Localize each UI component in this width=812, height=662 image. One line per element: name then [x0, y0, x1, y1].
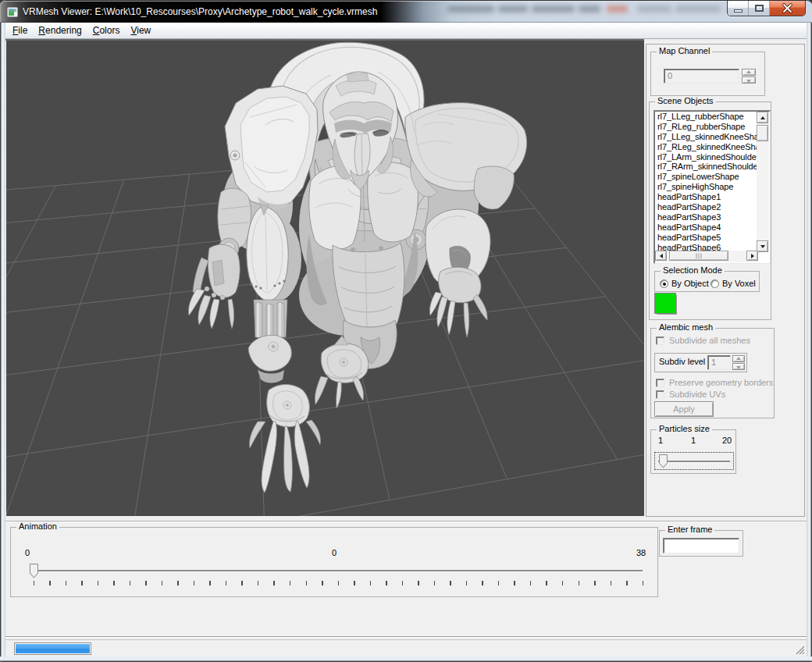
- radio-by-object-label: By Object: [671, 279, 709, 288]
- horizontal-scroll-thumb[interactable]: [669, 251, 728, 261]
- tick-mark: [530, 581, 532, 585]
- minimize-button[interactable]: [728, 1, 749, 16]
- scroll-left-button[interactable]: [655, 251, 667, 261]
- tick-mark: [258, 581, 259, 585]
- particles-value-label: 1: [691, 436, 696, 445]
- list-item[interactable]: rl7_spineLowerShape: [655, 172, 757, 182]
- statusbar-separator2: [5, 639, 807, 640]
- scroll-right-button[interactable]: [746, 251, 758, 261]
- particles-slider-thumb[interactable]: [659, 454, 668, 468]
- animation-end-label: 38: [636, 548, 646, 557]
- color-swatch[interactable]: [654, 293, 676, 314]
- subdivide-all-checkbox[interactable]: [656, 336, 664, 345]
- tick-mark: [643, 581, 644, 585]
- scroll-down-button[interactable]: [757, 240, 768, 252]
- tick-mark: [562, 581, 564, 585]
- tick-mark: [209, 581, 211, 585]
- subdiv-spin-up[interactable]: [732, 355, 745, 362]
- statusbar-separator-highlight: [5, 637, 807, 638]
- list-item[interactable]: headPartShape1: [655, 192, 757, 202]
- scene-objects-listbox[interactable]: rl7_LLeg_rubberShaperl7_RLeg_rubberShape…: [654, 110, 771, 264]
- enter-frame-group: Enter frame: [659, 530, 743, 557]
- background-window-ghost: [422, 1, 726, 23]
- maximize-icon: [755, 5, 764, 12]
- arrow-left-icon: [660, 254, 663, 258]
- apply-button[interactable]: Apply: [654, 401, 714, 417]
- tick-mark: [498, 581, 500, 585]
- tick-mark: [177, 581, 179, 585]
- app-icon[interactable]: [7, 7, 18, 17]
- list-item[interactable]: rl7_RLeg_rubberShape: [655, 122, 757, 132]
- particles-slider-track[interactable]: [658, 461, 730, 462]
- close-button[interactable]: [770, 1, 805, 16]
- control-panel: Map Channel 0 Scene Objects rl7_LLeg_rub…: [646, 44, 805, 517]
- arrow-up-icon: [760, 116, 765, 119]
- close-icon: [770, 1, 805, 16]
- map-channel-spinner: [742, 69, 756, 84]
- animation-current-label: 0: [332, 548, 337, 557]
- list-item[interactable]: rl7_LLeg_skinnedKneeShape: [655, 132, 757, 142]
- subdiv-spin-down[interactable]: [732, 363, 745, 370]
- tick-mark: [386, 581, 387, 585]
- menu-item-file[interactable]: File: [7, 23, 33, 37]
- preserve-borders-checkbox[interactable]: [656, 379, 664, 387]
- robot-model: [188, 42, 526, 493]
- scene-objects-group: Scene Objects rl7_LLeg_rubberShaperl7_RL…: [649, 101, 771, 320]
- tick-mark: [290, 581, 291, 585]
- list-item[interactable]: headPartShape4: [655, 222, 757, 233]
- animation-slider-thumb[interactable]: [30, 564, 38, 578]
- vertical-scroll-thumb[interactable]: [757, 125, 768, 141]
- list-item[interactable]: headPartShape2: [655, 202, 757, 212]
- radio-by-object[interactable]: [660, 279, 668, 288]
- horizontal-scrollbar[interactable]: [655, 251, 758, 262]
- resize-grip[interactable]: [794, 644, 805, 655]
- tick-mark: [66, 581, 67, 585]
- tick-mark: [546, 581, 547, 585]
- tick-mark: [273, 581, 275, 585]
- list-item[interactable]: headPartShape5: [655, 233, 757, 243]
- tick-mark: [402, 581, 404, 585]
- map-channel-spin-down[interactable]: [742, 77, 756, 84]
- list-item[interactable]: rl7_RArm_skinnedShoulder: [655, 162, 757, 172]
- arrow-down-icon: [760, 245, 765, 248]
- tick-mark: [34, 581, 35, 585]
- subdiv-level-input[interactable]: 1: [707, 355, 731, 370]
- ghost-close-button-blur: [607, 5, 628, 12]
- animation-group: Animation 0 0 38: [10, 527, 658, 597]
- tick-mark: [466, 581, 468, 585]
- tick-mark: [306, 581, 308, 585]
- radio-by-voxel[interactable]: [710, 279, 719, 288]
- list-item[interactable]: rl7_spineHighShape: [655, 182, 757, 192]
- tick-mark: [579, 581, 580, 585]
- list-item[interactable]: rl7_LLeg_rubberShape: [655, 112, 757, 122]
- tick-mark: [322, 581, 323, 585]
- window-border-left: [0, 23, 5, 657]
- list-item[interactable]: rl7_LArm_skinnedShoulderS: [655, 152, 757, 162]
- title-bar[interactable]: VRMesh Viewer: E:\Work\10_Rescourses\Pro…: [0, 0, 812, 23]
- list-item[interactable]: rl7_RLeg_skinnedKneeShape: [655, 142, 757, 152]
- animation-slider-track[interactable]: [30, 570, 643, 571]
- app-window: VRMesh Viewer: E:\Work\10_Rescourses\Pro…: [0, 0, 812, 662]
- particles-max-label: 20: [722, 436, 732, 445]
- menu-item-colors[interactable]: Colors: [87, 23, 126, 37]
- subdivide-uvs-checkbox[interactable]: [656, 390, 664, 399]
- tick-mark: [162, 581, 163, 585]
- subdivide-uvs-label: Subdivide UVs: [669, 390, 725, 399]
- list-item[interactable]: headPartShape3: [655, 212, 757, 222]
- map-channel-input[interactable]: 0: [664, 69, 739, 84]
- map-channel-spin-up[interactable]: [742, 69, 756, 76]
- menu-item-rendering[interactable]: Rendering: [33, 23, 87, 37]
- tick-mark: [226, 581, 227, 585]
- selection-mode-legend: Selection Mode: [661, 265, 725, 275]
- progress-bar: [14, 642, 91, 655]
- viewport-3d[interactable]: [6, 41, 644, 516]
- maximize-button[interactable]: [749, 1, 770, 16]
- vertical-scrollbar[interactable]: [757, 112, 769, 252]
- scene-objects-legend: Scene Objects: [655, 96, 716, 105]
- caption-buttons: [727, 1, 806, 16]
- enter-frame-input[interactable]: [663, 538, 739, 553]
- window-border-right: [807, 23, 812, 657]
- menu-item-view[interactable]: View: [125, 23, 156, 37]
- scroll-up-button[interactable]: [757, 112, 768, 123]
- tick-mark: [594, 581, 596, 585]
